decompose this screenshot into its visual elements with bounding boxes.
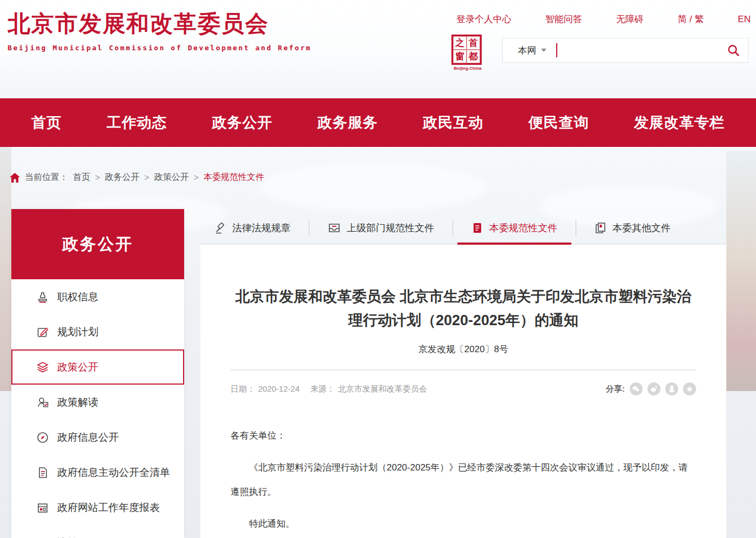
seal-char: 窗 [453, 50, 467, 63]
doc-red-icon [471, 222, 483, 234]
tab-commission-other-docs[interactable]: 本委其他文件 [580, 212, 685, 244]
tab-divider [453, 220, 453, 236]
report-table-icon [36, 501, 49, 514]
gavel-icon [214, 222, 226, 234]
breadcrumb-current[interactable]: 本委规范性文件 [204, 172, 264, 183]
tab-divider [309, 220, 309, 236]
divider [231, 369, 696, 371]
docs-copy-icon [595, 222, 606, 234]
capital-window-seal-logo[interactable]: 之 首 窗 都 Beijing-China [451, 35, 484, 71]
sidebar-item-policy-disclosure[interactable]: 政策公开 [11, 349, 184, 385]
search-bar: 本网 [502, 38, 748, 63]
sidebar-item-policy-interpretation[interactable]: 政策解读 [11, 385, 184, 420]
breadcrumb-home[interactable]: 首页 [73, 172, 90, 183]
breadcrumb-gov-disclosure[interactable]: 政务公开 [105, 172, 139, 183]
search-input[interactable] [557, 38, 719, 62]
document-number: 京发改规〔2020〕8号 [231, 343, 696, 355]
nav-item-gov-disclosure[interactable]: 政务公开 [212, 113, 273, 132]
sidebar-title: 政务公开 [62, 233, 133, 255]
seal-caption: Beijing-China [451, 66, 484, 71]
share-favorite-icon[interactable] [683, 382, 696, 395]
stamp-icon [36, 291, 49, 304]
seal-char: 之 [453, 36, 467, 50]
article-title: 北京市发展和改革委员会 北京市生态环境局关于印发北京市塑料污染治理行动计划（20… [231, 285, 696, 332]
nav-item-interaction[interactable]: 政民互动 [423, 113, 483, 132]
sidebar-item-authority-info[interactable]: 职权信息 [11, 279, 184, 314]
nav-item-public-inquiry[interactable]: 便民查询 [529, 113, 589, 132]
document-type-tabs: 法律法规规章 上级部门规范性文件 本委规范性文件 [200, 212, 726, 244]
date-label: 日期： [231, 384, 255, 394]
inbox-doc-icon [328, 222, 341, 234]
nav-item-work-news[interactable]: 工作动态 [106, 113, 167, 132]
search-scope-dropdown[interactable]: 本网 [503, 44, 556, 57]
share-weibo-icon[interactable] [647, 382, 660, 395]
sidebar: 政务公开 职权信息 规划计划 [11, 209, 184, 538]
tab-commission-normative-docs[interactable]: 本委规范性文件 [457, 212, 571, 244]
site-header: 北京市发展和改革委员会 Beijing Municipal Commission… [0, 0, 756, 98]
sidebar-item-decision-directory[interactable]: 决策目录 [11, 525, 184, 538]
article-body: 各有关单位： 《北京市塑料污染治理行动计划（2020-2025年）》已经市委深改… [231, 423, 696, 538]
share-qq-icon[interactable] [665, 382, 678, 395]
tab-laws-regulations[interactable]: 法律法规规章 [200, 212, 305, 244]
breadcrumb: 当前位置： 首页 > 政务公开 > 政策公开 > 本委规范性文件 [10, 172, 264, 183]
simplified-traditional-link[interactable]: 简 / 繁 [678, 13, 704, 25]
chevron-down-icon [541, 49, 546, 52]
sidebar-item-proactive-disclosure-list[interactable]: 政府信息主动公开全清单 [11, 455, 184, 490]
layers-icon [36, 361, 49, 374]
site-subtitle: Beijing Municipal Commission of Developm… [8, 44, 312, 52]
home-icon [10, 173, 20, 183]
article-meta: 日期： 2020-12-24 来源： 北京市发展和改革委员会 分享: [231, 382, 696, 395]
sidebar-item-annual-website-report[interactable]: 政府网站工作年度报表 [11, 490, 184, 525]
paragraph: 特此通知。 [231, 512, 696, 536]
background-art-left [0, 108, 11, 391]
sidebar-item-gov-info-disclosure[interactable]: 政府信息公开 [11, 420, 184, 455]
seal-char: 都 [467, 50, 480, 63]
accessibility-link[interactable]: 无障碍 [616, 13, 644, 25]
nav-item-gov-services[interactable]: 政务服务 [318, 113, 378, 132]
nav-item-reform-column[interactable]: 发展改革专栏 [634, 113, 725, 132]
salutation: 各有关单位： [231, 423, 696, 448]
share-label: 分享: [606, 384, 625, 394]
article-source: 北京市发展和改革委员会 [338, 384, 427, 394]
search-scope-label: 本网 [518, 44, 536, 57]
tab-superior-normative-docs[interactable]: 上级部门规范性文件 [314, 212, 448, 244]
background-art-right [726, 151, 756, 391]
sidebar-item-plans[interactable]: 规划计划 [11, 314, 184, 349]
seal-char: 首 [467, 36, 480, 50]
plan-edit-icon [36, 326, 49, 339]
breadcrumb-label: 当前位置： [25, 172, 68, 183]
list-doc-icon [36, 466, 49, 479]
compass-icon [36, 431, 49, 444]
site-logo[interactable]: 北京市发展和改革委员会 Beijing Municipal Commission… [8, 9, 312, 52]
sidebar-header: 政务公开 [11, 209, 184, 279]
login-link[interactable]: 登录个人中心 [456, 13, 511, 25]
page: 北京市发展和改革委员会 Beijing Municipal Commission… [0, 0, 756, 538]
article-card: 北京市发展和改革委员会 北京市生态环境局关于印发北京市塑料污染治理行动计划（20… [200, 245, 726, 538]
smart-qa-link[interactable]: 智能问答 [545, 13, 582, 25]
interpret-icon [36, 396, 49, 409]
tab-divider [576, 220, 576, 236]
decision-grid-icon [36, 536, 49, 538]
source-label: 来源： [310, 384, 335, 394]
paragraph: 《北京市塑料污染治理行动计划（2020-2025年）》已经市委深改委第十四次会议… [231, 455, 696, 504]
search-icon [727, 44, 740, 57]
site-title: 北京市发展和改革委员会 [8, 9, 312, 39]
english-link[interactable]: EN [738, 14, 751, 25]
article-date: 2020-12-24 [258, 384, 300, 394]
breadcrumb-policy-disclosure[interactable]: 政策公开 [154, 172, 189, 183]
nav-item-home[interactable]: 首页 [31, 113, 62, 132]
top-links: 登录个人中心 智能问答 无障碍 简 / 繁 EN [456, 13, 751, 25]
main-nav: 首页 工作动态 政务公开 政务服务 政民互动 便民查询 发展改革专栏 [0, 98, 756, 147]
share-wechat-icon[interactable] [630, 382, 643, 395]
search-button[interactable] [719, 38, 748, 62]
share-toolbar: 分享: [606, 382, 696, 395]
